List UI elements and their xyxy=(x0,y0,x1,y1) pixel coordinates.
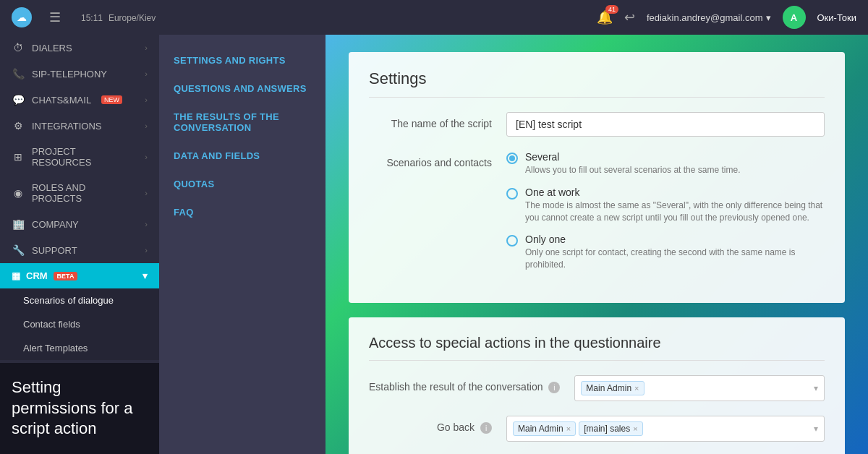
sidebar-crm-subnav: Scenarios of dialogue Contact fields Ale… xyxy=(0,288,159,360)
sidebar-item-roles[interactable]: ◉ ROLES AND PROJECTS › xyxy=(0,175,159,211)
sidebar-label-dialers: DIALERS xyxy=(32,43,72,53)
chevron-down-icon: ▾ xyxy=(142,270,148,281)
email-dropdown-icon: ▾ xyxy=(766,12,771,23)
sidebar-label-sip: SIP-TELEPHONY xyxy=(32,69,107,80)
radio-circle-several[interactable] xyxy=(506,153,518,164)
tag-label-2: Main Admin xyxy=(518,424,563,434)
sidebar-subitem-scenarios[interactable]: Scenarios of dialogue xyxy=(0,288,159,312)
establish-label-text: Establish the result of the conversation xyxy=(369,381,542,393)
script-name-row: The name of the script xyxy=(369,112,825,137)
script-name-field xyxy=(506,112,825,137)
roles-icon: ◉ xyxy=(12,187,25,199)
chevron-icon: › xyxy=(145,43,148,52)
sidebar-label-support: SUPPORT xyxy=(32,245,77,256)
radio-one-at-work[interactable]: One at work The mode is almost the same … xyxy=(506,187,825,224)
access-title: Access to special actions in the questio… xyxy=(369,335,825,361)
nav-label-questions: QUESTIONS AND ANSWERS xyxy=(174,83,307,94)
chats-icon: 💬 xyxy=(12,94,25,106)
radio-desc-several: Allows you to fill out several scenarios… xyxy=(525,164,740,176)
go-back-label: Go back i xyxy=(369,416,492,434)
radio-label-one: One at work xyxy=(525,187,825,198)
tag-main-admin-2: Main Admin × xyxy=(513,421,576,436)
radio-circle-one-at-work[interactable] xyxy=(506,188,518,200)
access-card: Access to special actions in the questio… xyxy=(349,317,845,454)
nav-data-fields[interactable]: DATA AND FIELDS xyxy=(159,142,326,170)
time-value: 15:11 xyxy=(81,13,103,23)
topbar-email[interactable]: fediakin.andrey@gmail.com ▾ xyxy=(647,12,771,23)
nav-questions-answers[interactable]: QUESTIONS AND ANSWERS xyxy=(159,74,326,103)
go-back-tag-input[interactable]: Main Admin × [main] sales × ▾ xyxy=(506,416,825,442)
tag-dropdown-icon[interactable]: ▾ xyxy=(814,424,818,434)
nav-faq[interactable]: FAQ xyxy=(159,198,326,226)
radio-several[interactable]: Several Allows you to fill out several s… xyxy=(506,151,825,176)
establish-result-row: Establish the result of the conversation… xyxy=(369,375,825,401)
menu-icon[interactable]: ☰ xyxy=(49,9,61,25)
settings-card: Settings The name of the script Scenario… xyxy=(349,52,845,303)
sidebar-item-sip[interactable]: 📞 SIP-TELEPHONY › xyxy=(0,61,159,87)
establish-info-icon[interactable]: i xyxy=(548,382,560,393)
sidebar-subitem-contact-fields[interactable]: Contact fields xyxy=(0,312,159,336)
tag-main-admin: Main Admin × xyxy=(581,381,644,395)
topbar-username: Оки-Токи xyxy=(817,12,857,23)
main-layout: ⏱ DIALERS › 📞 SIP-TELEPHONY › 💬 CHATS&MA… xyxy=(0,35,868,454)
integrations-icon: ⚙ xyxy=(12,120,25,132)
nav-label-faq: FAQ xyxy=(174,207,194,218)
company-icon: 🏢 xyxy=(12,218,25,230)
refresh-icon[interactable]: ↩ xyxy=(624,9,635,25)
support-icon: 🔧 xyxy=(12,244,25,256)
nav-label-settings: SETTINGS AND RIGHTS xyxy=(174,55,286,66)
sidebar-item-integrations[interactable]: ⚙ INTEGRATIONS › xyxy=(0,113,159,139)
notification-bell[interactable]: 🔔 41 xyxy=(597,9,613,25)
topbar-avatar[interactable]: A xyxy=(783,6,806,29)
radio-only-one[interactable]: Only one Only one script for contact, cr… xyxy=(506,234,825,271)
nav-quotas[interactable]: QUOTAS xyxy=(159,170,326,198)
topbar-time: 15:11 Europe/Kiev xyxy=(78,12,156,23)
new-badge: NEW xyxy=(101,95,122,104)
app-logo[interactable]: ☁ xyxy=(12,7,32,27)
sidebar-label-crm: CRM xyxy=(26,270,48,281)
beta-badge: BETA xyxy=(54,272,78,280)
sidebar-subitem-alert-templates[interactable]: Alert Templates xyxy=(0,336,159,360)
scenarios-label: Scenarios of dialogue xyxy=(23,295,114,306)
sidebar: ⏱ DIALERS › 📞 SIP-TELEPHONY › 💬 CHATS&MA… xyxy=(0,35,159,454)
sidebar-label-integrations: INTEGRATIONS xyxy=(32,121,102,132)
chevron-icon: › xyxy=(145,69,148,78)
chevron-icon: › xyxy=(145,95,148,104)
chevron-icon: › xyxy=(145,121,148,130)
nav-results-conversation[interactable]: THE RESULTS OF THE CONVERSATION xyxy=(159,103,326,142)
tag-label: Main Admin xyxy=(586,383,631,393)
radio-label-only: Only one xyxy=(525,234,825,245)
topbar: ☁ ☰ 15:11 Europe/Kiev 🔔 41 ↩ fediakin.an… xyxy=(0,0,868,35)
chevron-icon: › xyxy=(145,153,148,161)
tag-remove-icon[interactable]: × xyxy=(566,424,571,433)
sidebar-item-chats[interactable]: 💬 CHATS&MAIL NEW › xyxy=(0,87,159,113)
tag-remove-icon[interactable]: × xyxy=(634,384,639,393)
sidebar-item-support[interactable]: 🔧 SUPPORT › xyxy=(0,237,159,263)
scenarios-contacts-row: Scenarios and contacts Several Allows yo… xyxy=(369,151,825,271)
bottom-overlay: Setting permissions for a script action xyxy=(0,363,159,454)
radio-circle-only-one[interactable] xyxy=(506,235,518,247)
sidebar-item-company[interactable]: 🏢 COMPANY › xyxy=(0,211,159,237)
go-back-row: Go back i Main Admin × [main] sales × ▾ xyxy=(369,416,825,442)
sidebar-label-company: COMPANY xyxy=(32,219,79,230)
go-back-label-text: Go back xyxy=(437,421,475,433)
go-back-field: Main Admin × [main] sales × ▾ xyxy=(506,416,825,442)
sidebar-item-project-resources[interactable]: ⊞ PROJECT RESOURCES › xyxy=(0,139,159,175)
second-nav: SETTINGS AND RIGHTS QUESTIONS AND ANSWER… xyxy=(159,35,326,454)
chevron-icon: › xyxy=(145,220,148,228)
establish-tag-input[interactable]: Main Admin × ▾ xyxy=(574,375,825,401)
overlay-text: Setting permissions for a script action xyxy=(12,378,133,437)
radio-desc-only: Only one script for contact, creating th… xyxy=(525,247,825,271)
timezone-value: Europe/Kiev xyxy=(109,13,156,23)
sidebar-item-dialers[interactable]: ⏱ DIALERS › xyxy=(0,35,159,61)
nav-settings-rights[interactable]: SETTINGS AND RIGHTS xyxy=(159,46,326,74)
nav-label-results: THE RESULTS OF THE CONVERSATION xyxy=(174,111,279,133)
settings-title: Settings xyxy=(369,69,825,98)
go-back-info-icon[interactable]: i xyxy=(480,422,492,434)
tag-dropdown-icon[interactable]: ▾ xyxy=(814,383,818,393)
script-name-input[interactable] xyxy=(506,112,825,137)
alert-templates-label: Alert Templates xyxy=(23,343,88,354)
tag-remove-icon[interactable]: × xyxy=(633,424,637,433)
establish-field: Main Admin × ▾ xyxy=(574,375,825,401)
sidebar-item-crm[interactable]: ▦ CRM BETA ▾ xyxy=(0,263,159,288)
